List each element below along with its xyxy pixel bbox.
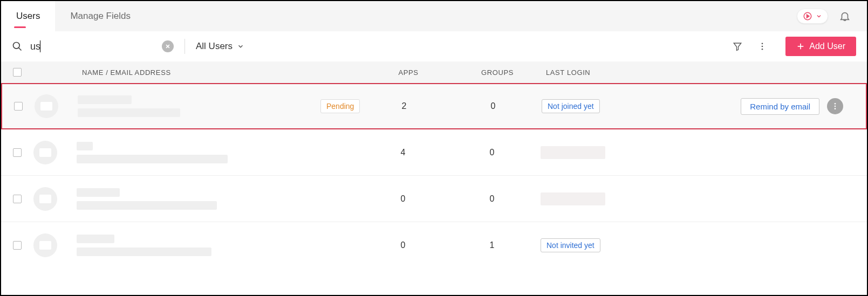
remind-by-email-button[interactable]: Remind by email	[741, 98, 819, 115]
table-header: NAME / EMAIL ADDRESS APPS GROUPS LAST LO…	[1, 61, 867, 83]
column-name: NAME / EMAIL ADDRESS	[82, 68, 171, 77]
svg-point-14	[835, 108, 836, 109]
search-icon	[12, 41, 23, 52]
select-all-checkbox[interactable]	[13, 68, 22, 77]
avatar	[33, 233, 57, 257]
login-status-badge: Not joined yet	[542, 99, 600, 113]
chevron-down-icon	[237, 43, 244, 50]
user-email-placeholder	[77, 201, 217, 210]
svg-point-8	[762, 46, 763, 47]
kebab-icon	[757, 42, 767, 51]
user-name-placeholder	[77, 188, 120, 197]
notifications-button[interactable]	[839, 10, 851, 22]
row-checkbox[interactable]	[14, 102, 23, 111]
groups-count: 1	[490, 240, 495, 250]
record-dropdown[interactable]	[797, 9, 828, 24]
toolbar: us All Users Add User	[1, 31, 867, 61]
chevron-down-icon	[816, 13, 822, 19]
user-email-placeholder	[78, 108, 180, 117]
svg-marker-6	[734, 43, 742, 51]
add-user-button[interactable]: Add User	[785, 37, 856, 56]
funnel-icon	[733, 42, 742, 51]
avatar	[35, 94, 58, 118]
column-apps: APPS	[398, 68, 418, 77]
row-checkbox[interactable]	[13, 241, 22, 250]
svg-point-2	[13, 43, 20, 49]
groups-count: 0	[490, 148, 495, 157]
svg-point-7	[762, 43, 763, 44]
search-value: us	[30, 41, 40, 52]
user-name-placeholder	[78, 95, 132, 104]
user-email-placeholder	[77, 155, 228, 163]
svg-point-12	[835, 103, 836, 105]
login-placeholder	[541, 146, 605, 159]
bell-icon	[839, 10, 851, 22]
login-placeholder	[541, 192, 605, 205]
svg-point-9	[762, 49, 763, 50]
record-icon	[803, 11, 812, 21]
column-groups: GROUPS	[481, 68, 514, 77]
tab-users[interactable]: Users	[1, 1, 55, 31]
status-badge: Pending	[320, 99, 360, 113]
text-caret	[40, 40, 40, 52]
svg-line-3	[19, 48, 22, 51]
table-row[interactable]: 0 1 Not invited yet	[1, 222, 867, 269]
groups-count: 0	[490, 194, 495, 203]
column-last-login: LAST LOGIN	[546, 68, 590, 77]
search-input[interactable]: us	[30, 40, 160, 52]
user-filter-dropdown[interactable]: All Users	[196, 41, 244, 52]
tab-manage-fields[interactable]: Manage Fields	[55, 1, 146, 31]
table-row[interactable]: Pending 2 0 Not joined yet Remind by ema…	[1, 83, 867, 129]
clear-search-button[interactable]	[162, 40, 174, 52]
filter-label: All Users	[196, 41, 233, 52]
apps-count: 0	[401, 240, 406, 250]
more-options-button[interactable]	[757, 42, 767, 51]
svg-marker-1	[807, 15, 810, 18]
avatar	[33, 141, 57, 164]
login-status-badge: Not invited yet	[541, 238, 600, 252]
table-row[interactable]: 4 0	[1, 129, 867, 176]
apps-count: 0	[401, 194, 406, 203]
table-row[interactable]: 0 0	[1, 176, 867, 222]
tabs-bar: Users Manage Fields	[1, 1, 867, 31]
svg-point-13	[835, 106, 836, 107]
user-name-placeholder	[77, 142, 93, 150]
groups-count: 0	[491, 101, 496, 111]
plus-icon	[796, 42, 805, 51]
apps-count: 4	[401, 148, 406, 157]
avatar	[33, 187, 57, 211]
row-checkbox[interactable]	[13, 148, 22, 157]
apps-count: 2	[402, 101, 407, 111]
filter-button[interactable]	[733, 42, 742, 51]
close-icon	[165, 44, 170, 49]
add-user-label: Add User	[809, 42, 845, 51]
kebab-icon	[831, 102, 839, 111]
divider	[184, 39, 185, 54]
user-email-placeholder	[77, 247, 211, 256]
row-checkbox[interactable]	[13, 195, 22, 203]
user-name-placeholder	[77, 235, 114, 243]
row-more-button[interactable]	[827, 98, 843, 114]
